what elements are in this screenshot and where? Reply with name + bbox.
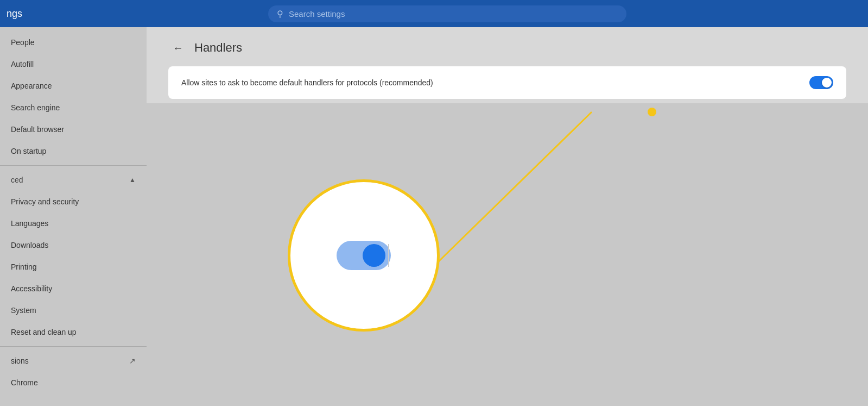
sidebar-item-reset[interactable]: Reset and clean up [0,321,147,343]
sidebar-item-search-engine[interactable]: Search engine [0,97,147,118]
zoom-divider [388,244,389,267]
sidebar-item-system[interactable]: System [0,299,147,321]
toggle-thumb [822,78,832,88]
sidebar-item-label: sions [11,357,29,365]
sidebar-item-label: On startup [11,147,46,155]
sidebar-item-label: Languages [11,219,48,228]
sidebar-item-extensions[interactable]: sions ↗ [0,350,147,372]
main-layout: People Autofill Appearance Search engine… [0,27,868,406]
page-title: Handlers [194,41,242,55]
sidebar-item-label: System [11,306,36,315]
sidebar-item-languages[interactable]: Languages [0,213,147,234]
sidebar-item-privacy-security[interactable]: Privacy and security [0,191,147,213]
sidebar-divider [0,165,147,166]
sidebar-item-printing[interactable]: Printing [0,256,147,278]
back-button[interactable]: ← [168,38,188,58]
sidebar-item-label: Default browser [11,125,64,134]
sidebar-item-advanced[interactable]: ced ▲ [0,169,147,191]
sidebar-item-label: Printing [11,263,36,271]
sidebar-item-on-startup[interactable]: On startup [0,140,147,162]
content-body: Allow sites to ask to become default han… [147,66,868,99]
external-link-icon: ↗ [129,357,136,365]
top-bar: ngs ⚲ [0,0,868,27]
search-input[interactable] [289,9,618,18]
sidebar-item-label: Appearance [11,82,52,90]
handlers-toggle[interactable] [809,76,833,89]
sidebar: People Autofill Appearance Search engine… [0,27,147,406]
search-bar: ⚲ [268,5,626,22]
handlers-toggle-label: Allow sites to ask to become default han… [181,78,433,87]
sidebar-item-default-browser[interactable]: Default browser [0,118,147,140]
sidebar-item-label: ced [11,176,23,184]
sidebar-item-chrome[interactable]: Chrome [0,372,147,393]
annotation-dot [648,108,656,116]
sidebar-item-accessibility[interactable]: Accessibility [0,278,147,299]
app-title: ngs [7,8,22,20]
sidebar-item-label: People [11,38,35,47]
sidebar-divider-2 [0,346,147,347]
content-wrapper: ← Handlers Allow sites to ask to become … [147,27,868,406]
sidebar-item-label: Chrome [11,378,38,387]
sidebar-item-people[interactable]: People [0,32,147,53]
sidebar-item-autofill[interactable]: Autofill [0,53,147,75]
chevron-up-icon: ▲ [129,176,136,184]
sidebar-item-appearance[interactable]: Appearance [0,75,147,97]
sidebar-item-label: Autofill [11,60,34,68]
sidebar-item-label: Accessibility [11,284,52,293]
zoom-toggle-large [337,241,391,270]
zoom-annotation-circle [288,179,440,332]
sidebar-item-label: Search engine [11,103,60,112]
zoom-thumb-large [363,244,385,267]
svg-line-0 [438,112,592,262]
sidebar-item-downloads[interactable]: Downloads [0,234,147,256]
sidebar-item-label: Privacy and security [11,197,79,206]
search-icon: ⚲ [277,9,283,19]
sidebar-item-label: Reset and clean up [11,328,77,336]
content-area: ← Handlers Allow sites to ask to become … [147,27,868,103]
sidebar-item-label: Downloads [11,241,48,249]
content-header: ← Handlers [147,27,868,66]
handlers-setting-row: Allow sites to ask to become default han… [168,66,846,99]
